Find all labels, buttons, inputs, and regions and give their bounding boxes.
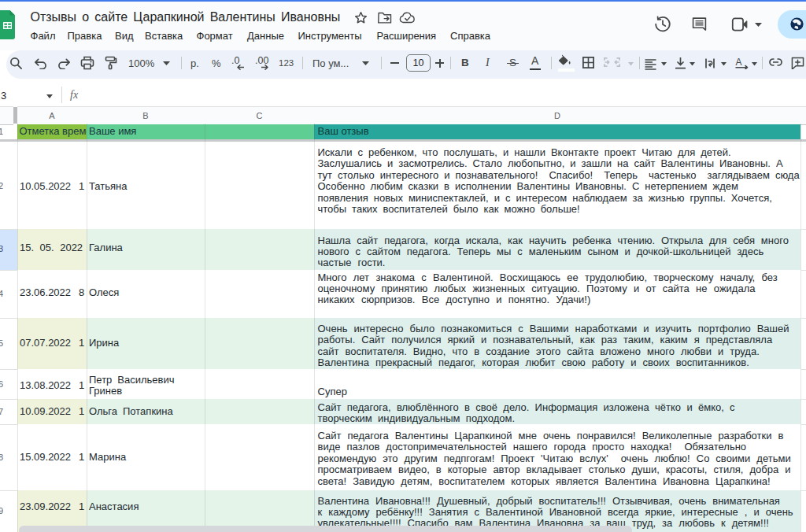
svg-text:A: A bbox=[736, 57, 742, 68]
